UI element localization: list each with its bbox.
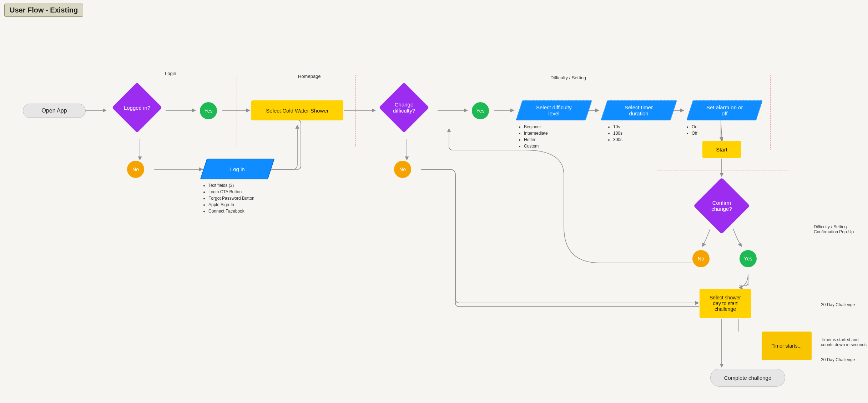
- label: Yes: [205, 108, 213, 114]
- note-timer: Timer is started and counts down in seco…: [821, 337, 867, 347]
- list-item: Apple Sign-In: [208, 201, 254, 208]
- connector-yes-1: Yes: [200, 102, 217, 119]
- input-select-difficulty: Select difficulty level: [516, 100, 592, 120]
- list-item: Connect Facebook: [208, 208, 254, 214]
- terminal-open-app: Open App: [23, 104, 86, 118]
- label: Logged in?: [112, 83, 162, 133]
- connector-yes-2: Yes: [472, 102, 489, 119]
- label: No: [132, 166, 139, 172]
- label: Select shower day to start challenge: [710, 295, 741, 312]
- caption-20day-2: 20 Day Challenge: [821, 357, 855, 362]
- caption-difficulty: Difficulty / Setting: [550, 75, 586, 80]
- label: Open App: [41, 108, 67, 114]
- list-difficulty-items: BeginnerIntermediateHofferCustom: [518, 124, 548, 149]
- process-start: Start: [702, 141, 741, 158]
- list-item: 180s: [613, 130, 622, 136]
- input-login: Log in: [200, 159, 275, 179]
- section-sep-homepage-right: [355, 75, 356, 146]
- decision-logged-in: Logged in?: [112, 83, 162, 133]
- label: Change difficulty?: [379, 83, 429, 133]
- input-set-alarm: Set alarm on or off: [686, 100, 763, 120]
- connector-no-1: No: [127, 161, 144, 178]
- list-item: On: [692, 124, 697, 130]
- terminal-complete: Complete challenge: [710, 369, 785, 387]
- decision-confirm-change: Confirm change?: [694, 178, 750, 234]
- section-sep-20day-mid: [657, 328, 789, 328]
- page-title: User Flow - Existing: [4, 4, 83, 17]
- section-sep-login-left: [94, 75, 94, 146]
- caption-confirm-popup: Difficulty / Setting Confirmation Pop-Up: [814, 224, 854, 234]
- caption-login: Login: [165, 71, 176, 76]
- connector-yes-3: Yes: [740, 250, 757, 267]
- connector-no-2: No: [394, 161, 411, 178]
- list-item: Off: [692, 130, 697, 136]
- list-item: 300s: [613, 136, 622, 143]
- section-sep-login-right: [237, 75, 237, 146]
- process-timer-starts: Timer starts...: [762, 332, 812, 360]
- decision-change-difficulty: Change difficulty?: [379, 83, 429, 133]
- list-item: 10s: [613, 124, 622, 130]
- label: Yes: [744, 256, 752, 262]
- label: Log in: [224, 166, 251, 172]
- label: No: [698, 256, 704, 262]
- list-item: Forgot Password Button: [208, 195, 254, 201]
- section-sep-difficulty-right: [770, 75, 771, 150]
- label: Set alarm on or off: [700, 104, 750, 116]
- input-select-timer: Select timer duration: [601, 100, 677, 120]
- label: Complete challenge: [724, 375, 772, 381]
- label: Timer starts...: [771, 343, 802, 349]
- list-timer-items: 10s180s300s: [607, 124, 622, 143]
- connector-no-3: No: [692, 250, 710, 267]
- section-sep-20day-top: [657, 283, 789, 283]
- caption-20day-1: 20 Day Challenge: [821, 302, 855, 307]
- flowchart-canvas: User Flow - Existing Login Homepage Diff…: [0, 0, 868, 403]
- list-item: Hoffer: [524, 136, 548, 143]
- caption-homepage: Homepage: [298, 74, 321, 79]
- list-item: Custom: [524, 143, 548, 149]
- list-login-items: Text fields (2)Login CTA ButtonForgot Pa…: [202, 182, 254, 214]
- label: Select timer duration: [618, 104, 659, 116]
- list-item: Beginner: [524, 124, 548, 130]
- process-select-day: Select shower day to start challenge: [700, 289, 751, 318]
- process-select-cws: Select Cold Water Shower: [251, 100, 343, 120]
- label: No: [399, 166, 406, 172]
- label: Select difficulty level: [530, 104, 578, 116]
- section-sep-confirm-top: [657, 170, 789, 170]
- list-alarm-items: OnOff: [685, 124, 697, 136]
- label: Start: [716, 146, 727, 153]
- list-item: Login CTA Button: [208, 189, 254, 195]
- list-item: Text fields (2): [208, 182, 254, 189]
- label: Select Cold Water Shower: [266, 108, 328, 114]
- label: Yes: [476, 108, 485, 114]
- list-item: Intermediate: [524, 130, 548, 136]
- label: Confirm change?: [694, 178, 750, 234]
